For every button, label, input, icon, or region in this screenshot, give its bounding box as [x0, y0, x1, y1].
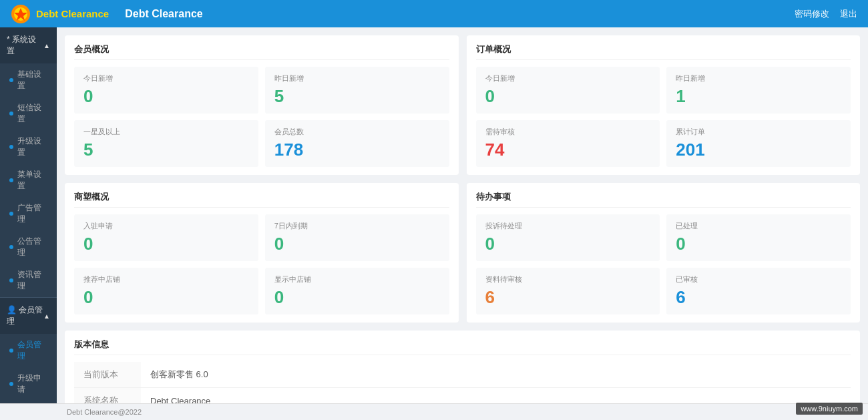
- basic-settings-label: 基础设置: [17, 69, 47, 91]
- store-stat-displaying: 显示中店铺 0: [265, 268, 449, 314]
- sidebar-item-ad-management[interactable]: 广告管理: [0, 197, 57, 230]
- order-today-label: 今日新增: [485, 73, 651, 83]
- todo-complaint-pending-value: 0: [485, 234, 651, 254]
- dot-icon: [9, 245, 13, 249]
- todo-overview-card: 待办事项 投诉待处理 0 已处理 0 资料待审核 6 已审核: [467, 183, 861, 323]
- version-info-card: 版本信息 当前版本 创客新零售 6.0 系统名称 Debt Clearance: [65, 331, 860, 403]
- version-table: 当前版本 创客新零售 6.0 系统名称 Debt Clearance: [74, 362, 851, 403]
- info-management-label: 资讯管理: [17, 269, 47, 292]
- sidebar-item-sms-settings[interactable]: 短信设置: [0, 97, 57, 130]
- main-layout: * 系统设置 ▲ 基础设置 短信设置 升级设置 菜单设置 广告管理: [0, 27, 868, 403]
- dot-icon: [9, 382, 13, 386]
- chevron-up-icon2: ▲: [43, 312, 50, 320]
- sidebar-section-member-header[interactable]: 👤 会员管理 ▲: [0, 298, 57, 334]
- version-info-title: 版本信息: [74, 339, 851, 355]
- todo-overview-title: 待办事项: [476, 191, 851, 208]
- row-store-todo: 商塑概况 入驻申请 0 7日内到期 0 推荐中店铺 0 显示: [65, 183, 860, 323]
- order-stat-pending-review: 需待审核 74: [476, 120, 660, 167]
- todo-complaint-done-value: 0: [676, 234, 841, 254]
- todo-stat-complaint-done: 已处理 0: [666, 214, 851, 261]
- menu-settings-label: 菜单设置: [17, 169, 47, 192]
- footer-text: Debt Clearance@2022: [67, 408, 142, 416]
- dot-icon: [9, 112, 13, 116]
- watermark: www.9niuym.com: [796, 403, 863, 415]
- upgrade-apply-label: 升级申请: [17, 373, 47, 395]
- member-stat-total: 会员总数 178: [265, 120, 449, 167]
- store-stat-expire: 7日内到期 0: [265, 214, 449, 261]
- todo-stat-data-done: 已审核 6: [666, 268, 851, 314]
- store-apply-label: 入驻申请: [83, 221, 249, 231]
- order-yesterday-label: 昨日新增: [676, 73, 841, 83]
- member-management-label: 会员管理: [17, 339, 47, 362]
- order-total-value: 201: [676, 140, 841, 160]
- member-yesterday-label: 昨日新增: [274, 73, 440, 83]
- order-overview-card: 订单概况 今日新增 0 昨日新增 1 需待审核 74 累计订: [467, 35, 861, 175]
- footer: Debt Clearance@2022: [0, 403, 868, 420]
- store-apply-value: 0: [83, 234, 249, 254]
- version-label: 当前版本: [74, 362, 141, 388]
- notice-management-label: 公告管理: [17, 236, 47, 258]
- watermark-text: www.9niuym.com: [801, 405, 858, 413]
- order-stat-total: 累计订单 201: [666, 120, 851, 167]
- todo-data-pending-value: 6: [485, 287, 651, 308]
- member-today-label: 今日新增: [83, 73, 249, 83]
- order-yesterday-value: 1: [676, 86, 841, 107]
- store-stat-apply: 入驻申请 0: [74, 214, 258, 261]
- sidebar-item-basic-settings[interactable]: 基础设置: [0, 63, 57, 97]
- member-stat-today-new: 今日新增 0: [74, 67, 258, 114]
- todo-complaint-pending-label: 投诉待处理: [485, 221, 651, 231]
- version-value: 创客新零售 6.0: [141, 362, 851, 388]
- store-expire-label: 7日内到期: [274, 221, 440, 231]
- logout-button[interactable]: 退出: [840, 8, 857, 20]
- member-yesterday-value: 5: [274, 86, 440, 107]
- change-password-button[interactable]: 密码修改: [795, 8, 829, 20]
- order-overview-title: 订单概况: [476, 43, 851, 60]
- order-stat-grid: 今日新增 0 昨日新增 1 需待审核 74 累计订单 201: [476, 67, 851, 167]
- member-stat-yesterday-new: 昨日新增 5: [265, 67, 449, 114]
- member-today-value: 0: [83, 86, 249, 107]
- dot-icon: [9, 278, 13, 282]
- row-overview: 会员概况 今日新增 0 昨日新增 5 一星及以上 5 会员总: [65, 35, 860, 175]
- sidebar-item-info-management[interactable]: 资讯管理: [0, 264, 57, 297]
- header: Debt Clearance Debt Clearance 密码修改 退出: [0, 0, 868, 27]
- store-stat-recommended: 推荐中店铺 0: [74, 268, 258, 314]
- logo-icon: [11, 4, 31, 24]
- dot-icon: [9, 349, 13, 353]
- member-overview-title: 会员概况: [74, 43, 449, 60]
- sidebar-item-menu-settings[interactable]: 菜单设置: [0, 164, 57, 197]
- logo: Debt Clearance: [11, 4, 109, 24]
- sms-settings-label: 短信设置: [17, 102, 47, 125]
- upgrade-settings-label: 升级设置: [17, 136, 47, 158]
- sidebar-item-notice-management[interactable]: 公告管理: [0, 230, 57, 264]
- sidebar-item-member-management[interactable]: 会员管理: [0, 334, 57, 367]
- system-settings-label: * 系统设置: [7, 34, 43, 57]
- member-management-header-label: 👤 会员管理: [7, 304, 43, 327]
- store-displaying-value: 0: [274, 287, 440, 308]
- sidebar-item-upgrade-apply[interactable]: 升级申请: [0, 367, 57, 401]
- member-stat-one-star: 一星及以上 5: [74, 120, 258, 167]
- order-total-label: 累计订单: [676, 127, 841, 137]
- store-stat-grid: 入驻申请 0 7日内到期 0 推荐中店铺 0 显示中店铺 0: [74, 214, 449, 314]
- content-area: 会员概况 今日新增 0 昨日新增 5 一星及以上 5 会员总: [57, 27, 868, 403]
- todo-complaint-done-label: 已处理: [676, 221, 841, 231]
- dot-icon: [9, 178, 13, 182]
- order-stat-today-new: 今日新增 0: [476, 67, 660, 114]
- store-overview-card: 商塑概况 入驻申请 0 7日内到期 0 推荐中店铺 0 显示: [65, 183, 459, 323]
- logo-text: Debt Clearance: [36, 8, 109, 19]
- sidebar: * 系统设置 ▲ 基础设置 短信设置 升级设置 菜单设置 广告管理: [0, 27, 57, 403]
- chevron-up-icon: ▲: [43, 42, 50, 49]
- system-name-value: Debt Clearance: [141, 388, 851, 404]
- sidebar-section-member: 👤 会员管理 ▲ 会员管理 升级申请 资料审核 投诉处理: [0, 298, 57, 403]
- sidebar-section-system: * 系统设置 ▲ 基础设置 短信设置 升级设置 菜单设置 广告管理: [0, 27, 57, 298]
- todo-data-done-value: 6: [676, 287, 841, 308]
- dot-icon: [9, 78, 13, 82]
- todo-stat-grid: 投诉待处理 0 已处理 0 资料待审核 6 已审核 6: [476, 214, 851, 314]
- store-recommended-value: 0: [83, 287, 249, 308]
- order-pending-value: 74: [485, 140, 651, 160]
- todo-data-done-label: 已审核: [676, 274, 841, 284]
- todo-data-pending-label: 资料待审核: [485, 274, 651, 284]
- sidebar-section-system-header[interactable]: * 系统设置 ▲: [0, 27, 57, 63]
- store-expire-value: 0: [274, 234, 440, 254]
- order-pending-label: 需待审核: [485, 127, 651, 137]
- sidebar-item-upgrade-settings[interactable]: 升级设置: [0, 130, 57, 164]
